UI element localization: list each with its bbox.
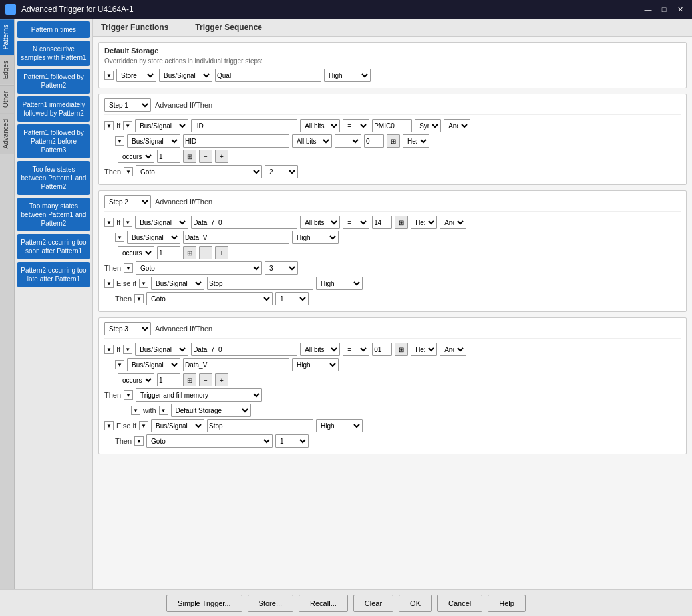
step3-else-sub-toggle[interactable]: ▼: [139, 421, 148, 430]
step1-all-bits-2[interactable]: All bits: [292, 134, 332, 148]
step2-grid-btn-occurs[interactable]: ⊞: [183, 246, 196, 259]
step3-with-storage[interactable]: Default Storage: [171, 404, 251, 417]
step3-with-sub-toggle[interactable]: ▼: [159, 406, 168, 415]
step1-if-sub-toggle[interactable]: ▼: [123, 121, 132, 130]
step3-occurs-select[interactable]: occurs: [118, 373, 154, 386]
step3-else-bus-signal[interactable]: Bus/Signal: [151, 419, 204, 432]
step2-minus-btn[interactable]: −: [199, 246, 212, 259]
step1-value-type-1[interactable]: Sym Hex: [415, 119, 441, 132]
step2-else-then-toggle[interactable]: ▼: [134, 294, 144, 303]
step1-if-toggle[interactable]: ▼: [104, 121, 114, 130]
step2-signal-name-1[interactable]: [191, 216, 297, 229]
step3-minus-btn[interactable]: −: [199, 373, 212, 386]
step3-grid-btn-occurs[interactable]: ⊞: [183, 373, 196, 386]
tab-patterns[interactable]: Patterns: [0, 19, 14, 55]
step2-else-bus-signal[interactable]: Bus/Signal: [151, 277, 204, 290]
sidebar-item-p1-followed-p2[interactable]: Pattern1 followed by Pattern2: [17, 69, 90, 94]
sidebar-item-p2-too-late[interactable]: Pattern2 occurring too late after Patter…: [17, 262, 90, 287]
step3-else-then-action[interactable]: Goto Trigger and fill memory: [146, 434, 273, 448]
step2-else-signal-name[interactable]: [207, 277, 313, 290]
step1-then-value[interactable]: 2 1 3: [265, 165, 298, 178]
step1-value-type-2[interactable]: Hex Dec: [403, 134, 429, 148]
step3-signal-name-1[interactable]: [191, 343, 297, 356]
step2-else-then-action[interactable]: Goto Trigger and fill memory: [146, 292, 273, 305]
sidebar-item-p2-too-soon[interactable]: Pattern2 occurring too soon after Patter…: [17, 234, 90, 259]
maximize-button[interactable]: □: [657, 4, 671, 15]
step1-operator-1[interactable]: = ≠: [343, 119, 369, 132]
step2-else-sub-toggle[interactable]: ▼: [139, 279, 148, 288]
step2-else-then-value[interactable]: 1 2 3: [275, 292, 309, 305]
sidebar-item-too-many[interactable]: Too many states between Pattern1 and Pat…: [17, 198, 90, 231]
step2-occurs-count[interactable]: [157, 246, 180, 259]
qual-input[interactable]: [215, 69, 321, 82]
step1-minus-btn[interactable]: −: [199, 150, 212, 163]
sidebar-item-p1-p2-before-p3[interactable]: Pattern1 followed by Pattern2 before Pat…: [17, 124, 90, 158]
step3-else-then-toggle[interactable]: ▼: [134, 436, 144, 446]
step1-plus-btn[interactable]: +: [215, 150, 228, 163]
step3-else-then-value[interactable]: 1 2 3: [275, 434, 309, 448]
recall-button[interactable]: Recall...: [299, 595, 348, 612]
step1-occurs-select[interactable]: occurs: [118, 150, 154, 163]
step3-operator-1[interactable]: =: [343, 343, 369, 356]
step1-operator-2[interactable]: =: [335, 134, 361, 148]
step3-value-1[interactable]: [372, 343, 392, 356]
step3-if-sub-toggle2[interactable]: ▼: [115, 360, 124, 369]
step2-grid-btn-1[interactable]: ⊞: [395, 216, 408, 229]
help-button[interactable]: Help: [488, 595, 526, 612]
step3-select[interactable]: Step 3 Step 1 Step 2: [104, 322, 151, 335]
tab-edges[interactable]: Edges: [0, 55, 14, 84]
step1-signal-name-1[interactable]: [191, 119, 297, 132]
step2-bus-signal-1[interactable]: Bus/Signal: [135, 216, 188, 229]
step1-logic-1[interactable]: And Or: [444, 119, 470, 132]
step2-value-type-1[interactable]: Hex: [411, 216, 437, 229]
default-storage-toggle[interactable]: ▼: [104, 71, 114, 80]
step3-logic-1[interactable]: And: [440, 343, 466, 356]
step1-if-sub-toggle2[interactable]: ▼: [115, 136, 124, 146]
step1-value-2[interactable]: [364, 134, 384, 148]
sidebar-item-n-consecutive[interactable]: N consecutive samples with Pattern1: [17, 41, 90, 66]
step1-occurs-count[interactable]: [157, 150, 180, 163]
step3-with-toggle[interactable]: ▼: [131, 406, 140, 415]
step1-then-toggle[interactable]: ▼: [124, 167, 133, 176]
step2-if-sub-toggle2[interactable]: ▼: [115, 233, 124, 242]
step1-all-bits-1[interactable]: All bits: [300, 119, 340, 132]
step3-then-toggle[interactable]: ▼: [124, 390, 133, 400]
step1-grid-btn-2[interactable]: ⊞: [387, 134, 400, 148]
step1-bus-signal-2[interactable]: Bus/Signal: [127, 134, 180, 148]
sidebar-item-too-few[interactable]: Too few states between Pattern1 and Patt…: [17, 161, 90, 195]
step2-operator-1[interactable]: =: [343, 216, 369, 229]
step2-select[interactable]: Step 2 Step 1 Step 3: [104, 195, 151, 208]
close-button[interactable]: ✕: [673, 4, 687, 15]
step3-signal-name-2[interactable]: [183, 358, 289, 371]
step2-high-select[interactable]: High Low: [292, 231, 339, 244]
step2-bus-signal-2[interactable]: Bus/Signal: [127, 231, 180, 244]
step1-select[interactable]: Step 1 Step 2 Step 3: [104, 98, 151, 112]
step1-value-1[interactable]: [372, 119, 412, 132]
step2-plus-btn[interactable]: +: [215, 246, 228, 259]
step1-grid-btn-occurs[interactable]: ⊞: [183, 150, 196, 163]
step1-then-action[interactable]: Goto Trigger and fill memory Stop: [136, 165, 262, 178]
step2-then-toggle[interactable]: ▼: [124, 263, 133, 273]
step2-all-bits-1[interactable]: All bits: [300, 216, 340, 229]
bus-signal-select-default[interactable]: Bus/Signal: [159, 69, 212, 82]
step2-if-toggle[interactable]: ▼: [104, 218, 114, 227]
step2-then-action[interactable]: Goto Trigger and fill memory: [136, 261, 262, 275]
step3-grid-btn-1[interactable]: ⊞: [395, 343, 408, 356]
ok-button[interactable]: OK: [399, 595, 432, 612]
high-select-default[interactable]: High Low Don't Care: [324, 69, 371, 82]
tab-other[interactable]: Other: [0, 85, 14, 113]
step3-value-type-1[interactable]: Hex: [411, 343, 437, 356]
sidebar-item-p1-immediately-p2[interactable]: Pattern1 immediately followed by Pattern…: [17, 96, 90, 122]
step3-then-action[interactable]: Trigger and fill memory Goto Stop: [136, 388, 262, 402]
cancel-button[interactable]: Cancel: [437, 595, 482, 612]
step2-if-sub-toggle[interactable]: ▼: [123, 218, 132, 227]
step3-if-sub-toggle[interactable]: ▼: [123, 345, 132, 354]
step3-if-toggle[interactable]: ▼: [104, 345, 114, 354]
step2-else-toggle[interactable]: ▼: [104, 279, 114, 288]
step3-occurs-count[interactable]: [157, 373, 180, 386]
step3-all-bits-1[interactable]: All bits: [300, 343, 340, 356]
sidebar-item-pattern-n-times[interactable]: Pattern n times: [17, 21, 90, 38]
step2-else-high-select[interactable]: High Low: [316, 277, 363, 290]
step3-else-high-select[interactable]: High Low: [316, 419, 363, 432]
step3-bus-signal-1[interactable]: Bus/Signal: [135, 343, 188, 356]
